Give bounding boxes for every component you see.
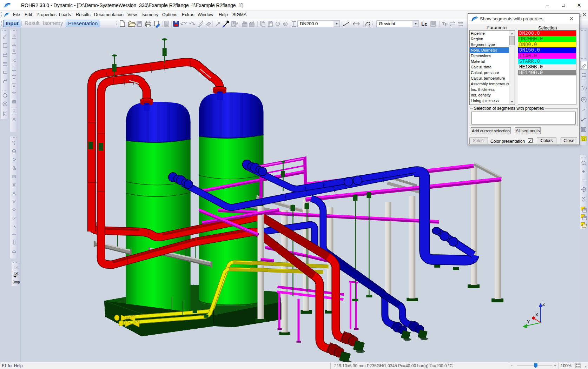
svg-text:DN200.0: DN200.0: [300, 21, 318, 26]
svg-text:Txt: Txt: [13, 271, 18, 275]
svg-text:X: X: [535, 313, 538, 317]
svg-text:Lc: Lc: [421, 21, 428, 27]
svg-text:Bmp: Bmp: [13, 280, 20, 284]
svg-text:Tp: Tp: [442, 21, 448, 26]
svg-text:Txt: Txt: [13, 265, 18, 269]
svg-text:Z: Z: [542, 302, 545, 307]
svg-text:Gewicht: Gewicht: [379, 21, 395, 26]
svg-text:Y: Y: [527, 320, 530, 324]
